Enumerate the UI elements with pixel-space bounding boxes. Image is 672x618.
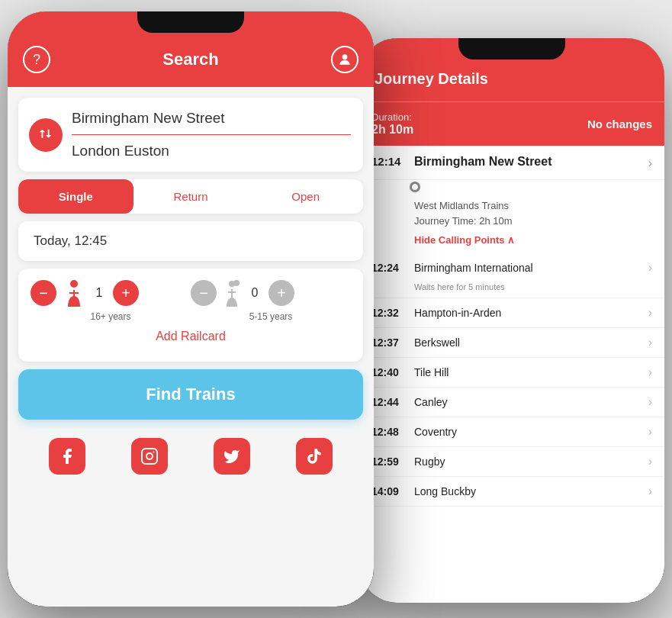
instagram-button[interactable]	[131, 438, 168, 475]
calling-time-3: 12:40	[371, 366, 405, 378]
calling-name-3: Tile Hill	[405, 366, 648, 378]
tiktok-button[interactable]	[296, 438, 333, 475]
facebook-button[interactable]	[49, 438, 85, 475]
journey-phone: Journey Details Duration: 2h 10m No chan…	[359, 38, 664, 603]
svg-rect-8	[142, 449, 157, 464]
search-screen: ? Search	[8, 11, 374, 607]
calling-time-7: 14:09	[371, 485, 405, 497]
calling-chevron-4: ›	[648, 395, 652, 409]
calling-time-2: 12:37	[371, 336, 405, 349]
svg-point-7	[233, 280, 240, 286]
wait-text-0: Waits here for 5 minutes	[359, 282, 664, 298]
calling-point-7[interactable]: 14:09Long Buckby›	[359, 477, 664, 507]
calling-time-6: 12:59	[371, 455, 405, 468]
station-from[interactable]: Birmingham New Street	[72, 110, 351, 135]
find-trains-button[interactable]: Find Trains	[18, 369, 363, 420]
calling-name-6: Rugby	[405, 455, 648, 468]
calling-point-0[interactable]: 12:24Birmingham International›Waits here…	[359, 253, 664, 298]
journey-screen: Journey Details Duration: 2h 10m No chan…	[359, 38, 664, 603]
adults-minus-button[interactable]: −	[31, 280, 56, 306]
calling-point-6[interactable]: 12:59Rugby›	[359, 447, 664, 477]
notch-right	[458, 38, 565, 60]
station-to[interactable]: London Euston	[72, 143, 351, 159]
calling-chevron-0: ›	[648, 261, 652, 275]
children-section: − 0 +	[191, 279, 351, 322]
search-phone: ? Search	[8, 11, 374, 607]
calling-point-2[interactable]: 12:37Berkswell›	[359, 328, 664, 358]
no-changes-badge: No changes	[587, 117, 652, 130]
calling-time-1: 12:32	[371, 307, 405, 319]
calling-time-5: 12:48	[371, 426, 405, 438]
date-selector[interactable]: Today, 12:45	[18, 221, 363, 261]
railcard-button[interactable]: Add Railcard	[31, 322, 351, 351]
calling-name-5: Coventry	[405, 426, 648, 438]
svg-point-10	[153, 452, 155, 453]
calling-name-1: Hampton-in-Arden	[405, 307, 648, 319]
calling-points-list: 12:24Birmingham International›Waits here…	[359, 253, 664, 507]
duration-info: Duration: 2h 10m	[371, 111, 413, 137]
ticket-single[interactable]: Single	[18, 179, 133, 214]
children-plus-button[interactable]: +	[268, 280, 294, 306]
children-count: 0	[247, 286, 262, 300]
calling-chevron-6: ›	[648, 455, 652, 468]
journey-title: Journey Details	[375, 70, 649, 88]
user-button[interactable]	[331, 46, 359, 73]
timeline-marker	[359, 180, 664, 192]
social-row	[18, 435, 363, 482]
calling-time-4: 12:44	[371, 396, 405, 408]
svg-point-9	[146, 453, 153, 459]
station-card: Birmingham New Street London Euston	[18, 98, 363, 172]
calling-point-1[interactable]: 12:32Hampton-in-Arden›	[359, 298, 664, 328]
calling-chevron-3: ›	[648, 365, 652, 379]
ticket-return[interactable]: Return	[133, 179, 249, 214]
children-label: 5-15 years	[191, 311, 351, 322]
calling-name-7: Long Buckby	[405, 485, 648, 497]
adults-section: − 1 + 16+	[31, 279, 191, 322]
first-stop-name: Birmingham New Street	[405, 155, 648, 169]
swap-button[interactable]	[29, 118, 63, 152]
adults-count: 1	[92, 286, 107, 300]
duration-label: Duration:	[371, 111, 413, 123]
adults-label: 16+ years	[31, 311, 191, 322]
svg-point-1	[70, 280, 78, 288]
journey-body: 12:14 Birmingham New Street › West Midla…	[359, 146, 664, 603]
ticket-open[interactable]: Open	[248, 179, 363, 214]
children-minus-button[interactable]: −	[191, 280, 217, 306]
adult-icon	[63, 279, 85, 307]
first-stop-chevron: ›	[648, 155, 652, 170]
calling-point-3[interactable]: 12:40Tile Hill›	[359, 358, 664, 388]
train-info: West Midlands Trains Journey Time: 2h 10…	[359, 192, 664, 231]
child-icon	[223, 279, 241, 307]
help-button[interactable]: ?	[23, 46, 50, 73]
first-stop-time: 12:14	[371, 155, 405, 168]
duration-bar: Duration: 2h 10m No changes	[359, 101, 664, 146]
first-stop[interactable]: 12:14 Birmingham New Street ›	[359, 146, 664, 180]
hide-calling-button[interactable]: Hide Calling Points ∧	[359, 231, 664, 253]
twitter-button[interactable]	[214, 438, 250, 475]
passengers-card: − 1 + 16+	[18, 269, 363, 362]
adults-plus-button[interactable]: +	[113, 280, 139, 306]
calling-time-0: 12:24	[371, 262, 405, 274]
calling-chevron-7: ›	[648, 484, 652, 498]
calling-name-2: Berkswell	[405, 336, 648, 349]
svg-point-0	[342, 54, 348, 60]
calling-chevron-5: ›	[648, 425, 652, 439]
search-title: Search	[162, 50, 218, 69]
calling-name-4: Canley	[405, 396, 648, 408]
calling-chevron-1: ›	[648, 306, 652, 320]
calling-point-4[interactable]: 12:44Canley›	[359, 388, 664, 417]
timeline-dot	[410, 182, 420, 192]
notch-left	[137, 11, 244, 33]
calling-name-0: Birmingham International	[405, 262, 648, 274]
calling-chevron-2: ›	[648, 336, 652, 349]
calling-point-5[interactable]: 12:48Coventry›	[359, 417, 664, 447]
ticket-type-card: Single Return Open	[18, 179, 363, 214]
duration-time: 2h 10m	[371, 123, 413, 137]
